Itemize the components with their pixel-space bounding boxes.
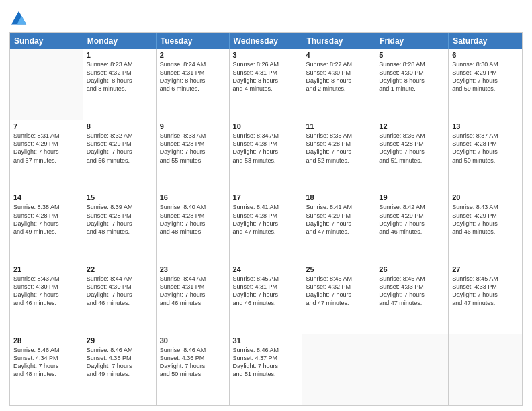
cell-line: Sunset: 4:31 PM [233,283,299,291]
day-number: 29 [87,336,152,345]
day-number: 20 [452,193,519,201]
calendar-row-2: 14Sunrise: 8:38 AMSunset: 4:28 PMDayligh… [10,191,522,263]
cell-line: Daylight: 7 hours [233,220,299,228]
cell-line: Daylight: 7 hours [233,291,299,299]
cell-line: Sunset: 4:28 PM [87,212,152,220]
cal-cell: 23Sunrise: 8:44 AMSunset: 4:31 PMDayligh… [157,263,230,334]
cal-cell: 21Sunrise: 8:43 AMSunset: 4:30 PMDayligh… [10,263,83,334]
cell-line: Daylight: 7 hours [13,220,79,228]
cal-cell: 24Sunrise: 8:45 AMSunset: 4:31 PMDayligh… [230,263,303,334]
logo [9,9,31,28]
cell-line: Sunrise: 8:39 AM [87,203,152,211]
day-number: 14 [13,193,79,201]
cell-line: Sunset: 4:28 PM [160,140,226,148]
cell-line: and 46 minutes. [233,299,299,307]
cell-line: Sunset: 4:29 PM [13,140,79,148]
calendar-header-row: SundayMondayTuesdayWednesdayThursdayFrid… [10,33,522,49]
header-day-friday: Friday [375,33,449,49]
cell-line: Sunrise: 8:46 AM [13,346,79,354]
header-day-tuesday: Tuesday [157,33,230,49]
day-number: 5 [379,51,445,59]
day-number: 13 [452,122,519,130]
cell-line: and 48 minutes. [87,228,152,236]
cell-line: Daylight: 7 hours [160,148,226,156]
cell-line: Sunset: 4:35 PM [87,354,152,362]
cell-line: Sunrise: 8:40 AM [160,203,226,211]
header-day-wednesday: Wednesday [230,33,303,49]
cal-cell: 11Sunrise: 8:35 AMSunset: 4:28 PMDayligh… [302,120,375,191]
cell-line: Sunset: 4:31 PM [160,68,226,77]
cell-line: Sunset: 4:28 PM [160,212,226,220]
cell-line: Sunset: 4:34 PM [13,354,79,362]
cell-line: Sunset: 4:29 PM [87,140,152,148]
header [9,7,523,28]
cell-line: Sunset: 4:32 PM [87,68,152,77]
cell-line: Sunrise: 8:36 AM [379,132,445,140]
cal-cell: 28Sunrise: 8:46 AMSunset: 4:34 PMDayligh… [10,334,83,405]
cell-line: Sunset: 4:30 PM [87,283,152,291]
cell-line: Daylight: 7 hours [233,362,299,370]
cell-line: and 59 minutes. [452,85,519,93]
cell-line: and 47 minutes. [233,228,299,236]
cal-cell: 22Sunrise: 8:44 AMSunset: 4:30 PMDayligh… [83,263,157,334]
cell-line: Sunset: 4:29 PM [452,212,519,220]
cell-line: Daylight: 7 hours [452,148,519,156]
day-number: 2 [160,51,226,59]
cell-line: Sunrise: 8:24 AM [160,60,226,68]
cal-cell: 4Sunrise: 8:27 AMSunset: 4:30 PMDaylight… [302,49,375,120]
cell-line: Sunrise: 8:33 AM [160,132,226,140]
cell-line: Daylight: 8 hours [306,77,371,85]
day-number: 24 [233,265,299,273]
cell-line: Daylight: 7 hours [87,291,152,299]
cell-line: Daylight: 7 hours [13,291,79,299]
cell-line: and 2 minutes. [306,85,371,93]
cell-line: Sunset: 4:30 PM [379,68,445,77]
cell-line: Sunrise: 8:43 AM [13,275,79,283]
cell-line: Daylight: 8 hours [233,77,299,85]
cal-cell: 30Sunrise: 8:46 AMSunset: 4:36 PMDayligh… [157,334,230,405]
calendar-body: 1Sunrise: 8:23 AMSunset: 4:32 PMDaylight… [10,49,522,405]
cell-line: Sunset: 4:37 PM [233,354,299,362]
cell-line: Sunset: 4:30 PM [13,283,79,291]
cal-cell: 31Sunrise: 8:46 AMSunset: 4:37 PMDayligh… [230,334,303,405]
cell-line: and 8 minutes. [87,85,152,93]
cell-line: and 48 minutes. [13,370,79,378]
cell-line: and 53 minutes. [233,156,299,165]
day-number: 9 [160,122,226,130]
cal-cell: 10Sunrise: 8:34 AMSunset: 4:28 PMDayligh… [230,120,303,191]
cell-line: and 4 minutes. [233,85,299,93]
cell-line: and 57 minutes. [13,156,79,165]
cell-line: Sunset: 4:28 PM [452,140,519,148]
cell-line: Daylight: 7 hours [452,220,519,228]
calendar: SundayMondayTuesdayWednesdayThursdayFrid… [9,32,523,406]
cell-line: Sunset: 4:31 PM [160,283,226,291]
cell-line: Sunset: 4:32 PM [306,283,371,291]
calendar-row-0: 1Sunrise: 8:23 AMSunset: 4:32 PMDaylight… [10,49,522,120]
cal-cell [375,334,449,405]
cal-cell: 1Sunrise: 8:23 AMSunset: 4:32 PMDaylight… [83,49,157,120]
day-number: 25 [306,265,371,273]
cal-cell: 18Sunrise: 8:41 AMSunset: 4:29 PMDayligh… [302,191,375,262]
cell-line: Sunrise: 8:28 AM [379,60,445,68]
day-number: 30 [160,336,226,345]
day-number: 28 [13,336,79,345]
cell-line: Sunrise: 8:46 AM [233,346,299,354]
cell-line: Sunrise: 8:30 AM [452,60,519,68]
cell-line: and 46 minutes. [13,299,79,307]
cell-line: Sunrise: 8:46 AM [160,346,226,354]
cell-line: Sunset: 4:29 PM [379,212,445,220]
cell-line: Daylight: 7 hours [13,148,79,156]
cell-line: Sunset: 4:28 PM [233,140,299,148]
cell-line: Sunrise: 8:23 AM [87,60,152,68]
cell-line: Daylight: 7 hours [452,291,519,299]
cell-line: Daylight: 7 hours [379,291,445,299]
cal-cell: 15Sunrise: 8:39 AMSunset: 4:28 PMDayligh… [83,191,157,262]
cal-cell [302,334,375,405]
cell-line: and 47 minutes. [452,299,519,307]
cell-line: and 49 minutes. [13,228,79,236]
day-number: 10 [233,122,299,130]
logo-icon [9,9,28,28]
cell-line: and 56 minutes. [87,156,152,165]
cell-line: and 46 minutes. [379,228,445,236]
cal-cell: 26Sunrise: 8:45 AMSunset: 4:33 PMDayligh… [375,263,449,334]
